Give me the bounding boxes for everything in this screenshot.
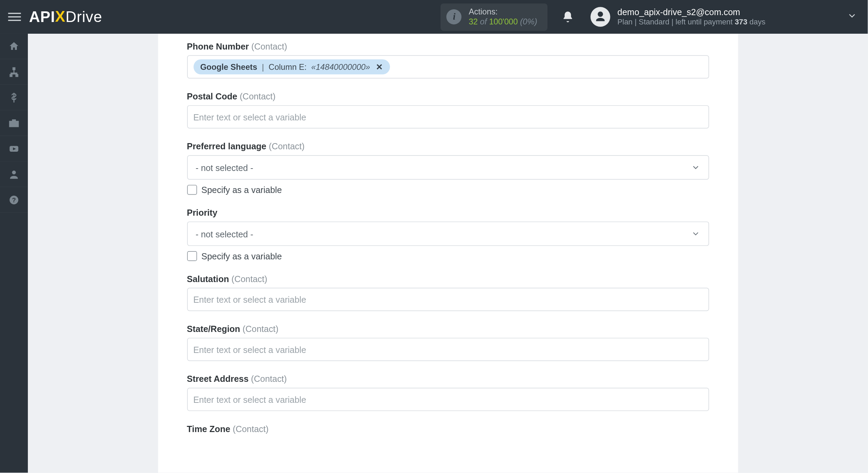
chip-remove-icon[interactable]: ✕ bbox=[376, 62, 383, 72]
sidebar-item-account[interactable] bbox=[0, 162, 28, 187]
help-icon: ? bbox=[8, 194, 20, 206]
variable-chip[interactable]: Google Sheets | Column E: «14840000000» … bbox=[193, 59, 390, 74]
info-icon: i bbox=[447, 9, 462, 24]
select-value: - not selected - bbox=[196, 229, 253, 239]
user-email: demo_apix-drive_s2@com.com bbox=[617, 7, 765, 18]
preferred-language-variable-checkbox[interactable] bbox=[187, 185, 197, 195]
user-icon bbox=[8, 168, 20, 180]
salutation-input-wrap[interactable] bbox=[187, 288, 709, 311]
field-hint: (Contact) bbox=[242, 324, 278, 334]
preferred-language-select[interactable]: - not selected - bbox=[187, 155, 709, 180]
chevron-down-icon bbox=[691, 229, 700, 238]
salutation-input[interactable] bbox=[193, 291, 702, 308]
user-menu[interactable]: demo_apix-drive_s2@com.com Plan | Standa… bbox=[591, 7, 857, 27]
actions-total: 100'000 bbox=[489, 17, 518, 26]
svg-text:?: ? bbox=[12, 196, 16, 204]
state-region-input-wrap[interactable] bbox=[187, 338, 709, 361]
sidebar-item-briefcase[interactable] bbox=[0, 110, 28, 136]
state-region-input[interactable] bbox=[193, 341, 702, 357]
field-label: Street Address bbox=[187, 374, 248, 384]
actions-pct: (0%) bbox=[520, 17, 537, 26]
field-state-region: State/Region (Contact) bbox=[187, 324, 709, 361]
sidebar-item-video[interactable] bbox=[0, 136, 28, 161]
page-body: Phone Number (Contact) Google Sheets | C… bbox=[28, 34, 868, 473]
chevron-down-icon bbox=[691, 163, 700, 172]
field-time-zone: Time Zone (Contact) bbox=[187, 424, 709, 434]
logo-text-drive: Drive bbox=[65, 8, 102, 26]
logo-text-api: API bbox=[29, 8, 55, 26]
hamburger-menu-button[interactable] bbox=[6, 8, 23, 26]
priority-variable-checkbox[interactable] bbox=[187, 251, 197, 261]
field-label: Priority bbox=[187, 207, 217, 217]
bell-icon[interactable] bbox=[562, 10, 574, 23]
field-hint: (Contact) bbox=[251, 41, 287, 51]
field-label: Preferred language bbox=[187, 141, 266, 151]
actions-quota-box[interactable]: i Actions: 32 of 100'000 (0%) bbox=[441, 3, 548, 30]
postal-code-input[interactable] bbox=[193, 109, 702, 125]
sidebar-item-billing[interactable] bbox=[0, 85, 28, 110]
actions-of: of bbox=[480, 17, 489, 26]
chevron-down-icon bbox=[847, 10, 857, 23]
field-hint: (Contact) bbox=[251, 374, 287, 384]
checkbox-label: Specify as a variable bbox=[202, 251, 282, 261]
svg-point-1 bbox=[12, 170, 16, 174]
field-label: Time Zone bbox=[187, 424, 230, 434]
field-label: State/Region bbox=[187, 324, 240, 334]
field-hint: (Contact) bbox=[240, 91, 275, 101]
avatar-icon bbox=[591, 7, 610, 26]
topbar: APIXDrive i Actions: 32 of 100'000 (0%) … bbox=[0, 0, 868, 34]
actions-label: Actions: bbox=[469, 7, 537, 17]
checkbox-label: Specify as a variable bbox=[202, 185, 282, 195]
phone-number-input[interactable]: Google Sheets | Column E: «14840000000» … bbox=[187, 55, 709, 79]
sidebar-item-home[interactable] bbox=[0, 34, 28, 59]
field-label: Phone Number bbox=[187, 41, 249, 51]
field-priority: Priority - not selected - Specify as a v… bbox=[187, 207, 709, 261]
home-icon bbox=[8, 40, 20, 52]
briefcase-icon bbox=[8, 117, 20, 129]
field-label: Salutation bbox=[187, 274, 229, 284]
field-preferred-language: Preferred language (Contact) - not selec… bbox=[187, 141, 709, 195]
field-phone-number: Phone Number (Contact) Google Sheets | C… bbox=[187, 41, 709, 78]
user-text: demo_apix-drive_s2@com.com Plan | Standa… bbox=[617, 7, 765, 27]
logo-text-x: X bbox=[55, 7, 65, 25]
priority-select[interactable]: - not selected - bbox=[187, 222, 709, 246]
postal-code-input-wrap[interactable] bbox=[187, 105, 709, 129]
field-hint: (Contact) bbox=[269, 141, 304, 151]
street-address-input[interactable] bbox=[193, 391, 702, 407]
field-label: Postal Code bbox=[187, 91, 237, 101]
logo[interactable]: APIXDrive bbox=[29, 8, 102, 26]
user-plan: Plan | Standard | left until payment 373… bbox=[617, 18, 765, 27]
street-address-input-wrap[interactable] bbox=[187, 388, 709, 411]
sidebar-item-help[interactable]: ? bbox=[0, 187, 28, 213]
dollar-icon bbox=[8, 92, 20, 103]
field-hint: (Contact) bbox=[231, 274, 267, 284]
field-street-address: Street Address (Contact) bbox=[187, 374, 709, 411]
sidebar: ? bbox=[0, 34, 28, 473]
sidebar-item-connections[interactable] bbox=[0, 59, 28, 85]
field-salutation: Salutation (Contact) bbox=[187, 274, 709, 311]
youtube-icon bbox=[8, 143, 20, 154]
actions-used: 32 bbox=[469, 17, 478, 26]
sitemap-icon bbox=[8, 66, 20, 78]
form-panel: Phone Number (Contact) Google Sheets | C… bbox=[158, 34, 738, 473]
select-value: - not selected - bbox=[196, 162, 253, 172]
field-postal-code: Postal Code (Contact) bbox=[187, 91, 709, 128]
field-hint: (Contact) bbox=[233, 424, 269, 434]
